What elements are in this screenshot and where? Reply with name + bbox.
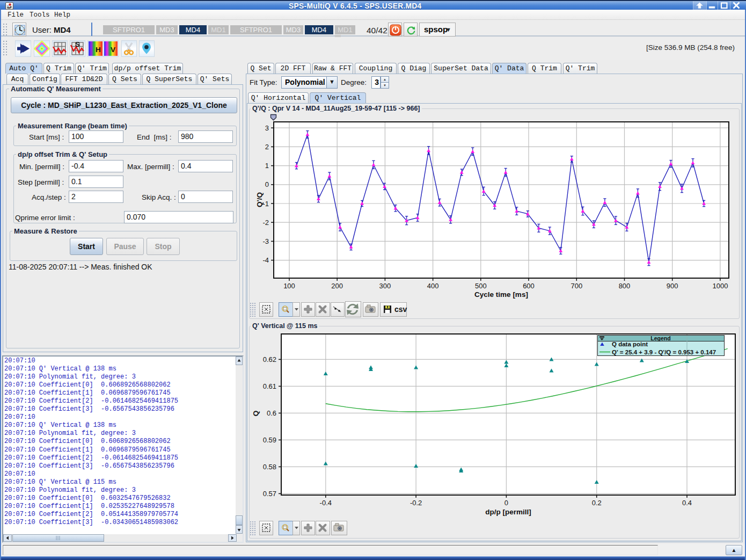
svg-text:S: S <box>75 40 80 48</box>
svg-text:0.62: 0.62 <box>263 355 276 363</box>
svg-text:Q: Q <box>252 411 260 417</box>
svg-text:300: 300 <box>379 282 391 290</box>
svg-text:0.61: 0.61 <box>263 382 276 390</box>
svg-text:Legend: Legend <box>650 335 670 341</box>
svg-text:-0.2: -0.2 <box>410 499 422 507</box>
svg-text:100: 100 <box>283 282 295 290</box>
svg-text:1000: 1000 <box>712 282 728 290</box>
svg-text:0.2: 0.2 <box>592 499 602 507</box>
svg-text:Q'/Q: Q'/Q <box>255 192 264 207</box>
svg-text:-3: -3 <box>262 237 269 245</box>
svg-text:900: 900 <box>667 282 678 290</box>
svg-text:0.59: 0.59 <box>263 436 276 444</box>
svg-text:3: 3 <box>265 124 269 132</box>
svg-text:0: 0 <box>265 180 269 188</box>
svg-text:0.6: 0.6 <box>267 409 276 417</box>
svg-text:csv: csv <box>394 305 407 314</box>
svg-text:0: 0 <box>504 499 508 507</box>
svg-text:600: 600 <box>523 282 535 290</box>
svg-text:H: H <box>96 46 101 54</box>
svg-text:-4: -4 <box>262 256 269 264</box>
svg-text:200: 200 <box>331 282 343 290</box>
svg-text:1: 1 <box>265 162 269 170</box>
svg-text:2: 2 <box>265 143 269 151</box>
svg-text:0.58: 0.58 <box>263 463 276 471</box>
svg-text:V: V <box>111 46 115 54</box>
svg-text:400: 400 <box>427 282 439 290</box>
svg-text:700: 700 <box>571 282 582 290</box>
svg-text:-2: -2 <box>262 219 269 227</box>
svg-text:dp/p [permill]: dp/p [permill] <box>485 508 531 516</box>
svg-text:-1: -1 <box>262 200 269 208</box>
svg-text:500: 500 <box>475 282 487 290</box>
svg-text:Q' = 25.4 + 3.9 - Q'/Q = 0.953: Q' = 25.4 + 3.9 - Q'/Q = 0.953 + 0.147 <box>612 349 716 355</box>
svg-text:0.4: 0.4 <box>682 499 692 507</box>
svg-text:Q data point: Q data point <box>612 341 648 347</box>
svg-text:-0.4: -0.4 <box>320 499 332 507</box>
svg-text:800: 800 <box>619 282 631 290</box>
svg-text:0.57: 0.57 <box>263 490 276 498</box>
svg-text:Cycle time [ms]: Cycle time [ms] <box>474 290 528 299</box>
